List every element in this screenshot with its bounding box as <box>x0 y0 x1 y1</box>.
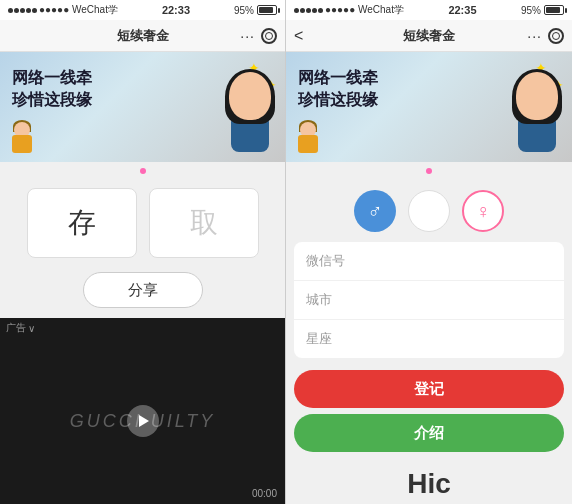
nav-dots-left[interactable]: ··· <box>240 28 255 44</box>
dots-indicator-right <box>286 162 572 180</box>
carrier-label-right: ●●●●● WeChat学 <box>325 3 404 17</box>
battery-area-right: 95% <box>521 5 564 16</box>
status-bar-right: ●●●●● WeChat学 22:35 95% <box>286 0 572 20</box>
content-right: 网络一线牵 珍惜这段缘 ✦ ✦ ♂ <box>286 52 572 504</box>
nav-icons-left: ··· <box>240 28 277 44</box>
ad-chevron-icon[interactable]: ∨ <box>28 323 35 334</box>
star-label: 星座 <box>306 330 332 348</box>
play-icon <box>139 415 149 427</box>
banner-line1-right: 网络一线牵 <box>298 67 378 89</box>
time-right: 22:35 <box>448 4 476 16</box>
nav-dots-right[interactable]: ··· <box>527 28 542 44</box>
banner-line1-left: 网络一线牵 <box>12 67 92 89</box>
gender-female-button[interactable]: ♀ <box>462 190 504 232</box>
gender-male-button[interactable]: ♂ <box>354 190 396 232</box>
nav-icons-right: ··· <box>527 28 564 44</box>
save-button[interactable]: 存 <box>27 188 137 258</box>
nav-title-right: 短续奢金 <box>403 27 455 45</box>
city-label: 城市 <box>306 291 332 309</box>
banner-text-left: 网络一线牵 珍惜这段缘 <box>12 67 92 112</box>
register-label: 登记 <box>414 380 444 399</box>
save-label: 存 <box>68 204 96 242</box>
banner-right: 网络一线牵 珍惜这段缘 ✦ ✦ <box>286 52 572 162</box>
nav-target-left[interactable] <box>261 28 277 44</box>
char-small-right <box>294 122 322 157</box>
char-main-right <box>507 72 567 162</box>
char-small-left <box>8 122 36 157</box>
battery-pct-left: 95% <box>234 5 254 16</box>
dots-indicator-left <box>138 162 148 180</box>
wechat-field[interactable]: 微信号 <box>294 242 564 281</box>
form-area: 微信号 城市 星座 <box>294 242 564 358</box>
male-icon: ♂ <box>368 200 383 223</box>
battery-pct-right: 95% <box>521 5 541 16</box>
content-left: 网络一线牵 珍惜这段缘 ✦ ✦ 存 <box>0 52 285 504</box>
back-button[interactable]: < <box>294 27 303 45</box>
star-field[interactable]: 星座 <box>294 320 564 358</box>
city-field[interactable]: 城市 <box>294 281 564 320</box>
take-label: 取 <box>190 204 218 242</box>
banner-left: 网络一线牵 珍惜这段缘 ✦ ✦ <box>0 52 285 162</box>
share-label: 分享 <box>128 281 158 300</box>
banner-line2-right: 珍惜这段缘 <box>298 89 378 111</box>
dot-active-right <box>426 168 432 174</box>
register-button[interactable]: 登记 <box>294 370 564 408</box>
right-phone: ●●●●● WeChat学 22:35 95% < 短续奢金 ··· 网络一线牵… <box>286 0 572 504</box>
gender-row: ♂ ♀ <box>286 180 572 238</box>
nav-bar-right: < 短续奢金 ··· <box>286 20 572 52</box>
wechat-label: 微信号 <box>306 252 345 270</box>
dot-active-left <box>140 168 146 174</box>
play-button[interactable] <box>127 405 159 437</box>
confirm-label: 介绍 <box>414 424 444 443</box>
carrier-right: ●●●●● WeChat学 <box>294 3 404 17</box>
banner-text-right: 网络一线牵 珍惜这段缘 <box>298 67 378 112</box>
share-wrap: 分享 <box>0 266 285 318</box>
share-button[interactable]: 分享 <box>83 272 203 308</box>
female-icon: ♀ <box>476 200 491 223</box>
video-time: 00:00 <box>252 488 277 499</box>
nav-title-left: 短续奢金 <box>117 27 169 45</box>
confirm-button[interactable]: 介绍 <box>294 414 564 452</box>
nav-target-right[interactable] <box>548 28 564 44</box>
char-main-left <box>220 72 280 162</box>
battery-area-left: 95% <box>234 5 277 16</box>
gender-empty-option[interactable] <box>408 190 450 232</box>
banner-line2-left: 珍惜这段缘 <box>12 89 92 111</box>
ad-video-area: GUCCI UILTY <box>0 338 285 504</box>
take-button[interactable]: 取 <box>149 188 259 258</box>
bottom-btns: 登记 介绍 <box>286 362 572 460</box>
nav-bar-left: 短续奢金 ··· <box>0 20 285 52</box>
buttons-row-left: 存 取 <box>0 180 285 266</box>
time-left: 22:33 <box>162 4 190 16</box>
left-phone: ●●●●● WeChat学 22:33 95% 短续奢金 ··· 网络一线牵 珍… <box>0 0 286 504</box>
status-bar-left: ●●●●● WeChat学 22:33 95% <box>0 0 285 20</box>
ad-text: 广告 <box>6 321 26 335</box>
carrier-label-left: ●●●●● WeChat学 <box>39 3 118 17</box>
carrier-left: ●●●●● WeChat学 <box>8 3 118 17</box>
ad-label: 广告 ∨ <box>0 318 285 338</box>
hic-container: Hic <box>286 460 572 504</box>
hic-text: Hic <box>407 468 451 499</box>
ad-area: 广告 ∨ GUCCI UILTY 00:00 <box>0 318 285 504</box>
